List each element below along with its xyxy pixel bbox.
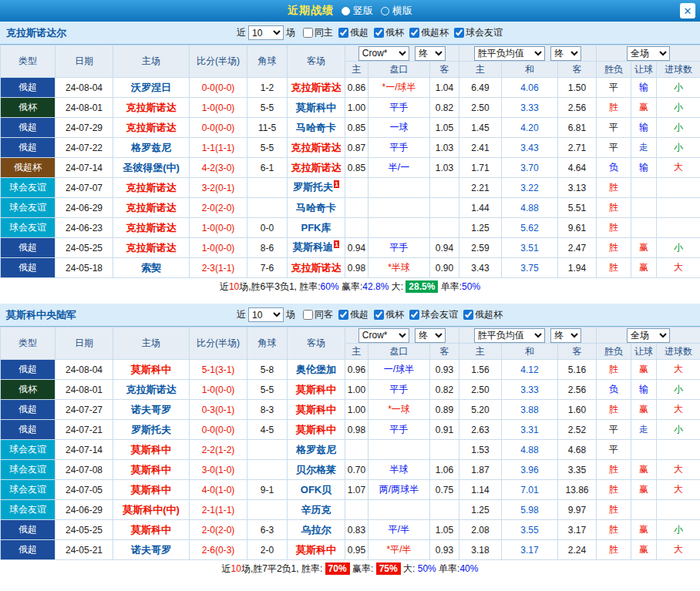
handicap-line-cell: *一/球半 (369, 78, 430, 98)
handicap-away-odds-cell: 1.06 (430, 460, 459, 480)
away-team-cell: 马哈奇卡 (288, 118, 345, 138)
match-row: 球会友谊24-07-08莫斯科中3-0(1-0)贝尔格莱0.70半球1.061.… (1, 460, 700, 480)
handicap-line-cell: 两/两球半 (369, 480, 430, 500)
goals-result-cell: 小 (657, 78, 700, 98)
away-team-cell: 莫斯科中 (288, 540, 345, 560)
layout-horizontal-option[interactable]: 横版 (381, 4, 412, 18)
handicap-final-select[interactable]: 终 (415, 328, 446, 343)
league-filter[interactable]: 俄杯 (369, 308, 404, 321)
team-text: 克拉斯诺达 (126, 182, 177, 193)
league-checkbox[interactable] (409, 28, 419, 38)
near-count-select[interactable]: 10 (248, 307, 284, 322)
score-cell: 3-0(1-0) (190, 460, 247, 480)
team-text: 克拉斯诺达 (126, 222, 177, 233)
col-corner: 角球 (247, 45, 288, 78)
corner-cell: 11-5 (247, 118, 288, 138)
handicap-home-odds-cell: 0.83 (345, 520, 369, 540)
league-filter[interactable]: 俄超杯 (458, 308, 503, 321)
section-header: 莫斯科中央陆军 近 10 场 同客 俄超俄杯球会友谊俄超杯 (0, 304, 700, 327)
avg-home-odds-cell: 2.41 (459, 138, 502, 158)
league-filter[interactable]: 球会友谊 (404, 308, 458, 321)
matches-label: 场 (286, 308, 295, 321)
odds-source-select[interactable]: Crow* (358, 328, 409, 343)
near-count-select[interactable]: 10 (248, 25, 284, 40)
handicap-home-odds-cell: 0.86 (345, 78, 369, 98)
league-checkbox[interactable] (338, 28, 348, 38)
away-team-cell: OFK贝 (288, 480, 345, 500)
summary-segment: 50% (462, 281, 480, 292)
layout-vertical-option[interactable]: 竖版 (342, 4, 373, 18)
odds-source-select[interactable]: Crow* (358, 46, 409, 61)
score-cell: 1-0(0-0) (190, 98, 247, 118)
handicap-home-odds-cell: 1.07 (345, 480, 369, 500)
avg-away-odds-cell: 2.56 (558, 98, 597, 118)
league-checkbox[interactable] (454, 28, 464, 38)
league-type-cell: 俄超 (1, 118, 56, 138)
corner-cell: 5-5 (247, 380, 288, 400)
league-filter[interactable]: 俄超杯 (404, 26, 449, 39)
avg-home-odds-cell: 2.50 (459, 380, 502, 400)
handicap-line-cell: 一/球半 (369, 360, 430, 380)
handicap-home-odds-cell (345, 218, 369, 238)
league-filter[interactable]: 俄超 (333, 308, 369, 321)
result-cell: 胜 (597, 198, 631, 218)
avg-final-select[interactable]: 终 (550, 328, 581, 343)
col-type: 类型 (1, 45, 56, 78)
avg-type-select[interactable]: 胜平负均值 (474, 328, 545, 343)
same-venue-filter[interactable]: 同客 (298, 308, 333, 321)
same-venue-filter[interactable]: 同主 (298, 26, 333, 39)
league-type-cell: 球会友谊 (1, 500, 56, 520)
date-cell: 24-07-29 (56, 118, 113, 138)
avg-type-select[interactable]: 胜平负均值 (474, 46, 545, 61)
league-filter[interactable]: 俄杯 (369, 26, 404, 39)
handicap-home-odds-cell: 1.00 (345, 98, 369, 118)
scope-select[interactable]: 全场 (627, 328, 670, 343)
league-checkbox[interactable] (374, 28, 384, 38)
corner-cell: 8-3 (247, 400, 288, 420)
same-venue-checkbox[interactable] (303, 310, 313, 320)
col-date: 日期 (56, 327, 113, 360)
col-home: 主场 (113, 45, 190, 78)
goals-result-cell: 大 (657, 360, 700, 380)
avg-final-select[interactable]: 终 (550, 46, 581, 61)
corner-cell (247, 500, 288, 520)
avg-home-odds-cell: 2.21 (459, 178, 502, 198)
away-team-cell: 莫斯科中 (288, 98, 345, 118)
result-cell: 胜 (597, 540, 631, 560)
handicap-home-odds-cell: 0.96 (345, 360, 369, 380)
league-checkbox[interactable] (338, 310, 348, 320)
corner-cell: 5-8 (247, 360, 288, 380)
same-venue-checkbox[interactable] (303, 28, 313, 38)
scope-select[interactable]: 全场 (627, 46, 670, 61)
away-team-cell: 贝尔格莱 (288, 460, 345, 480)
col-date: 日期 (56, 45, 113, 78)
league-checkbox[interactable] (374, 310, 384, 320)
league-checkbox[interactable] (463, 310, 473, 320)
summary-segment: 近 (222, 563, 231, 574)
handicap-final-select[interactable]: 终 (415, 46, 446, 61)
league-type-cell: 俄超 (1, 400, 56, 420)
team-text: 克拉斯诺达 (291, 142, 342, 153)
handicap-away-odds-cell: 1.03 (430, 138, 459, 158)
avg-draw-odds-cell: 4.06 (502, 78, 558, 98)
avg-draw-odds-cell: 3.96 (502, 460, 558, 480)
home-team-cell: 罗斯托夫 (113, 420, 190, 440)
league-filter[interactable]: 俄超 (333, 26, 369, 39)
handicap-home-odds-cell (345, 178, 369, 198)
home-team-cell: 克拉斯诺达 (113, 178, 190, 198)
league-checkbox[interactable] (409, 310, 419, 320)
away-team-cell: 莫斯科中 (288, 380, 345, 400)
result-cell: 胜 (597, 98, 631, 118)
date-cell: 24-07-07 (56, 178, 113, 198)
col-score: 比分(半场) (190, 327, 247, 360)
scope-controls: 全场 (597, 327, 700, 344)
avg-away-odds-cell: 1.60 (558, 400, 597, 420)
team-text: 莫斯科中 (296, 102, 336, 113)
handicap-line-cell: 半球 (369, 460, 430, 480)
handicap-away-odds-cell (430, 178, 459, 198)
matches-label: 场 (286, 26, 295, 39)
summary-segment: 50% (418, 563, 436, 574)
handicap-line-cell: 平手 (369, 138, 430, 158)
close-icon[interactable]: ✕ (680, 3, 695, 18)
league-filter[interactable]: 球会友谊 (449, 26, 503, 39)
